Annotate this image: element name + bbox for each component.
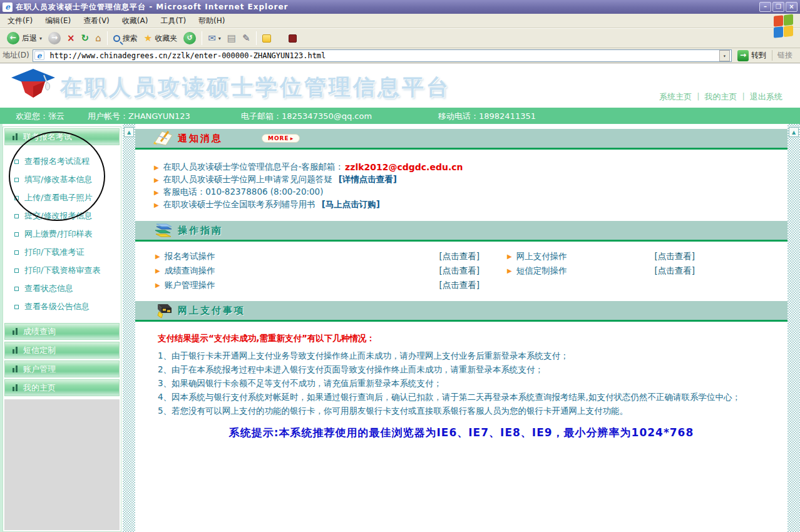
- faq-detail-link[interactable]: [详情点击查看]: [339, 174, 397, 185]
- square-bullet-icon: [14, 178, 19, 182]
- mail-dropdown-icon[interactable]: ▾: [218, 36, 221, 41]
- notice-text: 在职人员攻读硕士学位管理信息平台-客服邮箱：: [163, 161, 344, 173]
- go-button[interactable]: → 转到: [735, 50, 769, 61]
- go-label: 转到: [751, 50, 766, 61]
- welcome-text: 欢迎您：张云: [16, 111, 64, 122]
- messenger-button[interactable]: [285, 30, 300, 46]
- menu-view[interactable]: 查看(V): [77, 14, 116, 28]
- sidebar-item-admission-ticket[interactable]: 打印/下载准考证: [14, 247, 120, 258]
- forward-button[interactable]: →: [45, 30, 64, 46]
- arrow-bullet-icon: ▶: [154, 176, 159, 183]
- address-dropdown-icon[interactable]: ▾: [719, 50, 730, 61]
- bars-icon: [13, 328, 18, 335]
- sidebar-item-photo-upload[interactable]: 上传/查看电子照片: [14, 192, 120, 203]
- arrow-bullet-icon: ▶: [154, 164, 159, 171]
- print-button[interactable]: ▤: [224, 30, 239, 46]
- square-bullet-icon: [14, 287, 19, 291]
- note-icon: [262, 34, 271, 43]
- stop-button[interactable]: ×: [64, 30, 78, 46]
- search-button[interactable]: 搜索: [110, 30, 141, 46]
- notes-button[interactable]: [259, 30, 274, 46]
- support-email-link[interactable]: zzlk2012@cdgdc.edu.cn: [345, 162, 463, 172]
- view-link[interactable]: [点击查看]: [439, 280, 479, 291]
- back-label: 后退: [22, 33, 37, 44]
- url-input[interactable]: [50, 51, 717, 60]
- notice-item: ▶ 客服电话：010-82378806 (8:00-20:00): [154, 186, 787, 198]
- sidebar-section-exam[interactable]: 联考报名考试: [4, 128, 120, 145]
- maximize-button[interactable]: ❐: [772, 2, 784, 12]
- address-bar: 地址(D) e ▾ → 转到 链接: [0, 48, 800, 63]
- home-button[interactable]: ⌂: [92, 30, 105, 46]
- notice-text: 客服电话：010-82378806 (8:00-20:00): [163, 187, 324, 198]
- order-books-link[interactable]: [马上点击订购]: [322, 199, 380, 210]
- guide-label: 网上支付操作: [516, 251, 567, 262]
- sidebar-section-label: 成绩查询: [23, 326, 56, 337]
- menu-favorites[interactable]: 收藏(A): [116, 14, 155, 28]
- nav-logout[interactable]: 退出系统: [750, 91, 782, 103]
- memo-icon: [149, 130, 178, 146]
- notice-section-header: 通知消息 MORE ▸: [135, 129, 787, 150]
- browser-toolbar: ← 后退 ▾ → × ↻ ⌂ 搜索 ★ 收藏夹 ↺ ✉ ▾: [0, 28, 800, 48]
- payment-notes: 1、由于银行卡未开通网上支付业务导致支付操作终止而未成功，请办理网上支付业务后重…: [158, 350, 787, 419]
- notice-text: 在职人员攻读硕士学位网上申请常见问题答疑: [163, 174, 332, 185]
- nav-my-home[interactable]: 我的主页: [705, 91, 737, 103]
- refresh-button[interactable]: ↻: [78, 30, 93, 46]
- sidebar-item-announcements[interactable]: 查看各级公告信息: [14, 301, 120, 312]
- edit-button[interactable]: ✎: [239, 30, 254, 46]
- favorites-button[interactable]: ★ 收藏夹: [141, 30, 180, 46]
- sidebar-filler: [4, 399, 120, 530]
- collapse-up-button[interactable]: ▲: [124, 127, 134, 137]
- view-link[interactable]: [点击查看]: [439, 265, 479, 277]
- sidebar-section-sms[interactable]: 短信定制: [4, 342, 120, 359]
- more-button[interactable]: MORE ▸: [262, 134, 300, 143]
- view-link[interactable]: [点击查看]: [654, 265, 695, 277]
- collapse-up-button[interactable]: ▲: [789, 127, 799, 137]
- history-button[interactable]: ↺: [180, 30, 199, 46]
- sidebar-section-label: 账户管理: [23, 364, 56, 375]
- payment-section-header: 网上支付事项: [135, 301, 787, 322]
- back-icon: ←: [7, 32, 19, 44]
- sidebar-item-submit-info[interactable]: 提交/修改报考信息: [14, 210, 120, 222]
- notice-title: 通知消息: [178, 133, 223, 145]
- window-title: 在职人员攻读硕士学位管理信息平台 - Microsoft Internet Ex…: [16, 2, 759, 13]
- system-tip: 系统提示:本系统推荐使用的最佳浏览器为IE6、IE7、IE8、IE9，最小分辨率…: [135, 426, 787, 440]
- bars-icon: [13, 347, 18, 354]
- guide-row-payment: ▶ 网上支付操作 [点击查看]: [507, 249, 695, 263]
- minimize-button[interactable]: –: [759, 2, 771, 12]
- back-button[interactable]: ← 后退 ▾: [4, 30, 45, 46]
- view-link[interactable]: [点击查看]: [654, 251, 695, 262]
- sidebar-item-status[interactable]: 查看状态信息: [14, 283, 120, 294]
- bars-icon: [13, 133, 18, 140]
- sidebar-item-qualification-form[interactable]: 打印/下载资格审查表: [14, 265, 120, 276]
- search-icon: [113, 35, 120, 42]
- square-bullet-icon: [14, 232, 19, 237]
- sidebar-section-myhome[interactable]: 我的主页: [4, 379, 120, 396]
- sidebar-item-exam-flow[interactable]: 查看报名考试流程: [14, 156, 120, 167]
- menu-tools[interactable]: 工具(T): [154, 14, 192, 28]
- mail-button[interactable]: ✉ ▾: [205, 30, 224, 46]
- view-link[interactable]: [点击查看]: [439, 251, 479, 262]
- page-icon: e: [34, 51, 44, 60]
- sidebar-section-account[interactable]: 账户管理: [4, 361, 120, 377]
- sidebar-section-scores[interactable]: 成绩查询: [4, 323, 120, 340]
- title-bar: e 在职人员攻读硕士学位管理信息平台 - Microsoft Internet …: [0, 0, 800, 14]
- mail-icon: ✉: [208, 34, 216, 43]
- nav-system-home[interactable]: 系统主页: [659, 91, 692, 103]
- history-icon: ↺: [183, 32, 196, 44]
- account-text: 用户帐号：ZHANGYUN123: [88, 111, 190, 122]
- sidebar-item-pay-print[interactable]: 网上缴费/打印样表: [14, 228, 120, 240]
- close-button[interactable]: ×: [786, 2, 797, 12]
- sidebar-item-label: 上传/查看电子照片: [24, 192, 92, 203]
- address-label: 地址(D): [3, 50, 29, 61]
- right-collapse-strip: ▲: [787, 124, 800, 532]
- books-icon: [149, 222, 178, 239]
- sidebar-item-label: 网上缴费/打印样表: [24, 228, 92, 240]
- sidebar-item-basic-info[interactable]: 填写/修改基本信息: [14, 174, 120, 185]
- menu-file[interactable]: 文件(F): [1, 14, 39, 28]
- links-toolbar[interactable]: 链接: [772, 50, 797, 61]
- address-input-box[interactable]: e ▾: [33, 49, 732, 62]
- toolbar-separator: [107, 31, 108, 45]
- back-dropdown-icon[interactable]: ▾: [39, 36, 42, 41]
- menu-edit[interactable]: 编辑(E): [39, 14, 77, 28]
- menu-help[interactable]: 帮助(H): [192, 14, 231, 28]
